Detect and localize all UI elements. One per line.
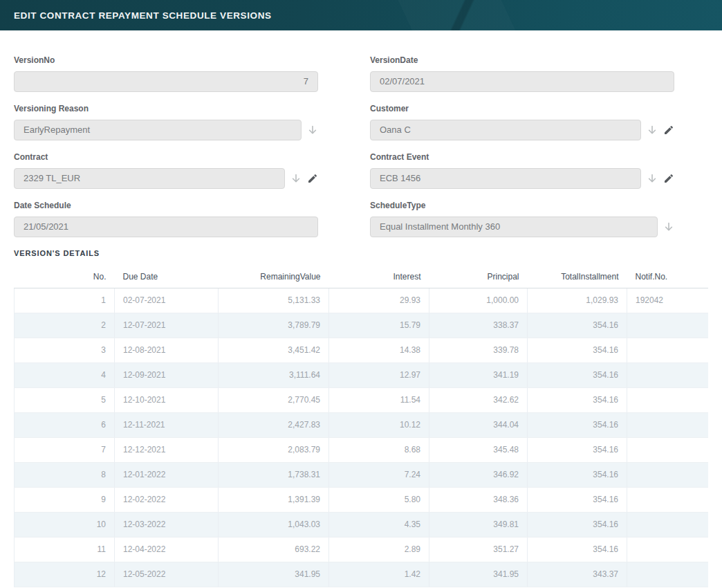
schedule-type-label: ScheduleType — [370, 201, 674, 210]
table-cell: 7 — [15, 437, 115, 462]
table-row[interactable]: 412-09-20213,111.6412.97341.19354.16 — [15, 362, 709, 387]
date-schedule-input[interactable]: 21/05/2021 — [14, 217, 318, 237]
page-title: EDIT CONTRACT REPAYMENT SCHEDULE VERSION… — [14, 10, 272, 21]
field-schedule-type: ScheduleType Equal Installment Monthly 3… — [370, 201, 674, 237]
table-cell: 2 — [15, 313, 115, 338]
contract-event-label: Contract Event — [370, 152, 674, 162]
table-cell: 354.16 — [528, 412, 627, 437]
table-row[interactable]: 1212-05-2022341.951.42341.95343.37 — [15, 562, 709, 587]
table-cell: 354.16 — [528, 362, 627, 387]
edit-pencil-icon[interactable] — [663, 173, 674, 185]
schedule-table-body: 102-07-20215,131.3329.931,000.001,029.93… — [15, 288, 709, 587]
table-cell: 14.38 — [329, 338, 429, 362]
table-cell: 354.16 — [528, 437, 627, 462]
field-versioning-reason: Versioning Reason EarlyRepayment — [14, 104, 318, 140]
table-cell: 2,083.79 — [219, 437, 329, 462]
version-no-label: VersionNo — [14, 55, 318, 65]
table-row[interactable]: 1112-04-2022693.222.89351.27354.16 — [15, 537, 709, 562]
table-cell: 1,391.39 — [219, 487, 329, 512]
schedule-table: No. Due Date RemainingValue Interest Pri… — [14, 266, 708, 587]
table-cell: 12-12-2021 — [115, 437, 219, 462]
edit-pencil-icon[interactable] — [306, 173, 318, 185]
page-header-bar: EDIT CONTRACT REPAYMENT SCHEDULE VERSION… — [0, 0, 722, 30]
table-cell: 8.68 — [329, 437, 429, 462]
table-cell: 338.37 — [429, 313, 528, 338]
column-header-interest: Interest — [329, 266, 429, 288]
dropdown-arrow-icon[interactable] — [646, 173, 658, 185]
version-form: VersionNo 7 VersionDate 02/07/2021 Versi… — [14, 55, 708, 237]
table-row[interactable]: 312-08-20213,451.4214.38339.78354.16 — [15, 338, 709, 362]
table-cell: 339.78 — [429, 338, 528, 362]
table-cell: 343.37 — [528, 562, 627, 587]
table-cell: 10.12 — [329, 412, 429, 437]
table-cell: 693.22 — [219, 537, 329, 562]
column-header-notif-no: Notif.No. — [627, 266, 709, 288]
field-version-no: VersionNo 7 — [14, 55, 318, 92]
table-cell: 354.16 — [528, 387, 627, 412]
contract-input[interactable]: 2329 TL_EUR — [14, 168, 285, 189]
table-cell: 354.16 — [528, 313, 627, 338]
table-cell: 29.93 — [329, 288, 429, 313]
table-cell — [627, 562, 709, 587]
table-cell: 11 — [15, 537, 115, 562]
table-row[interactable]: 912-02-20221,391.395.80348.36354.16 — [15, 487, 709, 512]
table-row[interactable]: 612-11-20212,427.8310.12344.04354.16 — [15, 412, 709, 437]
table-cell — [627, 512, 709, 537]
table-cell: 1,738.31 — [219, 462, 329, 487]
table-row[interactable]: 712-12-20212,083.798.68345.48354.16 — [15, 437, 709, 462]
version-date-input[interactable]: 02/07/2021 — [370, 71, 674, 92]
customer-label: Customer — [370, 104, 674, 113]
versioning-reason-input[interactable]: EarlyRepayment — [14, 120, 302, 140]
table-cell: 12.97 — [329, 362, 429, 387]
table-cell: 354.16 — [528, 487, 627, 512]
table-cell: 12-01-2022 — [115, 462, 219, 487]
table-row[interactable]: 212-07-20213,789.7915.79338.37354.16 — [15, 313, 709, 338]
dropdown-arrow-icon[interactable] — [663, 221, 674, 233]
table-cell: 5 — [15, 387, 115, 412]
table-cell: 1.42 — [329, 562, 429, 587]
table-cell: 12 — [15, 562, 115, 587]
column-header-remaining-value: RemainingValue — [219, 266, 329, 288]
table-cell: 2,770.45 — [219, 387, 329, 412]
table-cell: 5.80 — [329, 487, 429, 512]
table-cell: 344.04 — [429, 412, 528, 437]
table-row[interactable]: 812-01-20221,738.317.24346.92354.16 — [15, 462, 709, 487]
schedule-type-input[interactable]: Equal Installment Monthly 360 — [370, 217, 658, 237]
contract-event-input[interactable]: ECB 1456 — [370, 168, 641, 189]
field-contract: Contract 2329 TL_EUR — [14, 152, 318, 189]
customer-input[interactable]: Oana C — [370, 120, 641, 140]
field-version-date: VersionDate 02/07/2021 — [370, 55, 674, 92]
table-cell: 12-09-2021 — [115, 362, 219, 387]
table-cell: 6 — [15, 412, 115, 437]
table-cell: 346.92 — [429, 462, 528, 487]
table-cell: 1,000.00 — [429, 288, 528, 313]
dropdown-arrow-icon[interactable] — [646, 125, 658, 136]
table-cell: 12-04-2022 — [115, 537, 219, 562]
table-cell: 5,131.33 — [219, 288, 329, 313]
table-cell — [627, 412, 709, 437]
table-cell: 15.79 — [329, 313, 429, 338]
table-row[interactable]: 512-10-20212,770.4511.54342.62354.16 — [15, 387, 709, 412]
table-cell: 8 — [15, 462, 115, 487]
column-header-due-date: Due Date — [115, 266, 219, 288]
table-cell: 349.81 — [429, 512, 528, 537]
table-cell: 12-08-2021 — [115, 338, 219, 362]
table-cell: 351.27 — [429, 537, 528, 562]
table-cell: 341.95 — [429, 562, 528, 587]
column-header-total-installment: TotalInstallment — [528, 266, 627, 288]
field-contract-event: Contract Event ECB 1456 — [370, 152, 674, 189]
table-cell: 11.54 — [329, 387, 429, 412]
table-cell — [627, 338, 709, 362]
table-cell: 354.16 — [528, 338, 627, 362]
table-cell: 10 — [15, 512, 115, 537]
dropdown-arrow-icon[interactable] — [290, 173, 302, 185]
table-row[interactable]: 1012-03-20221,043.034.35349.81354.16 — [15, 512, 709, 537]
dropdown-arrow-icon[interactable] — [306, 125, 318, 136]
date-schedule-label: Date Schedule — [14, 201, 318, 210]
versioning-reason-label: Versioning Reason — [14, 104, 318, 113]
table-cell: 4 — [15, 362, 115, 387]
edit-pencil-icon[interactable] — [663, 125, 674, 136]
table-cell: 1,029.93 — [528, 288, 627, 313]
version-no-input[interactable]: 7 — [14, 71, 318, 92]
table-row[interactable]: 102-07-20215,131.3329.931,000.001,029.93… — [15, 288, 709, 313]
